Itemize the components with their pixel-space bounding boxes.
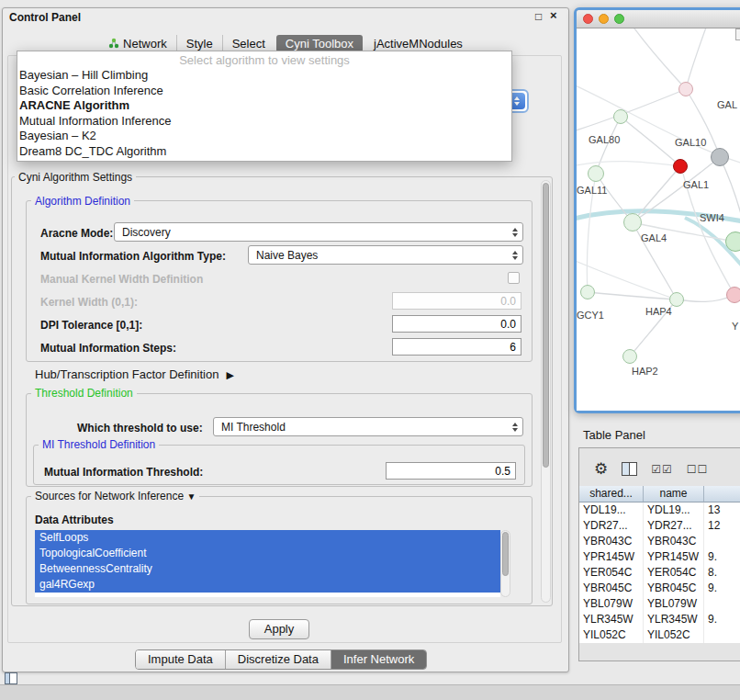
settings-scrollbar[interactable]: [541, 180, 551, 603]
column-header[interactable]: shared...: [579, 486, 644, 502]
network-node[interactable]: [678, 82, 693, 96]
network-node[interactable]: [622, 349, 637, 364]
node-label: SWI4: [700, 212, 724, 223]
manual-kernel-label: Manual Kernel Width Definition: [40, 273, 203, 286]
network-node[interactable]: [711, 148, 729, 166]
apply-button[interactable]: Apply: [249, 619, 309, 639]
combo-arrows-icon: [512, 423, 518, 432]
tab-select[interactable]: Select: [222, 35, 275, 52]
table-row[interactable]: YIL052CYIL052C: [579, 627, 740, 643]
table-row[interactable]: YBR043CYBR043C: [579, 534, 740, 549]
gear-icon[interactable]: ⚙: [594, 461, 608, 477]
select-all-columns-icon[interactable]: ☑☑: [651, 463, 673, 476]
sources-group-title[interactable]: Sources for Network Inference ▼: [31, 490, 199, 502]
float-window-icon[interactable]: □: [535, 11, 542, 22]
collapsed-arrow-icon[interactable]: ▶: [226, 369, 233, 380]
aracne-mode-label: Aracne Mode:: [40, 227, 113, 240]
scrollbar-corner: [735, 28, 740, 40]
attributes-list-scrollbar[interactable]: [500, 530, 510, 597]
table-row[interactable]: YDL19...YDL19...13: [579, 502, 740, 518]
hub-section-header[interactable]: Hub/Transcription Factor Definition▶: [35, 367, 234, 381]
table-panel-window: ⚙ ☑☑ ☐☐ shared... name YDL19...YDL19...1…: [578, 447, 740, 661]
kernel-width-field[interactable]: [392, 292, 521, 310]
combo-arrows-icon: [512, 228, 518, 237]
tab-impute-data[interactable]: Impute Data: [136, 650, 225, 669]
network-icon: [108, 38, 119, 49]
attribute-item-selected[interactable]: TopologicalCoefficient: [35, 546, 500, 561]
network-node[interactable]: [623, 213, 642, 231]
up-arrow-icon: [514, 96, 520, 100]
tab-network[interactable]: Network: [99, 35, 176, 52]
dropdown-item[interactable]: Basic Correlation Inference: [17, 84, 511, 99]
node-label: GAL11: [577, 185, 607, 196]
attribute-item-selected[interactable]: SelfLoops: [35, 530, 500, 546]
dropdown-item-selected[interactable]: ARACNE Algorithm: [17, 98, 511, 114]
dropdown-prompt: Select algorithm to view settings: [17, 53, 511, 68]
mi-algo-type-label: Mutual Information Algorithm Type:: [40, 250, 226, 263]
table-row[interactable]: YDR27...YDR27...12: [579, 518, 740, 534]
tab-jactivemnodules[interactable]: jActiveMNodules: [364, 35, 472, 52]
column-header[interactable]: name: [644, 486, 704, 502]
table-row[interactable]: YER054CYER054C8.: [579, 565, 740, 581]
dropdown-item[interactable]: Bayesian – Hill Climbing: [17, 68, 511, 84]
deselect-all-columns-icon[interactable]: ☐☐: [687, 463, 709, 476]
tab-infer-network[interactable]: Infer Network: [331, 650, 426, 669]
combo-arrows-icon: [512, 251, 518, 260]
node-label: GAL4: [641, 232, 667, 243]
tab-cyni-toolbox[interactable]: Cyni Toolbox: [276, 35, 363, 52]
node-label: GAL80: [589, 134, 620, 145]
bottom-tabbar: Impute Data Discretize Data Infer Networ…: [135, 649, 427, 670]
column-layout-icon[interactable]: [622, 462, 637, 476]
table-row[interactable]: YBR045CYBR045C9.: [579, 581, 740, 596]
dropdown-item[interactable]: Dream8 DC_TDC Algorithm: [17, 144, 511, 160]
network-node[interactable]: [580, 285, 595, 299]
close-traffic-light-icon[interactable]: [583, 14, 593, 24]
column-header[interactable]: [704, 486, 740, 502]
manual-kernel-checkbox[interactable]: [508, 272, 520, 284]
minimize-traffic-light-icon[interactable]: [599, 14, 609, 24]
minimized-panel-icon[interactable]: [5, 672, 17, 684]
table-panel-title: Table Panel: [583, 428, 645, 442]
table-row[interactable]: YPR145WYPR145W9.: [579, 549, 740, 565]
attributes-scrollbar-thumb[interactable]: [502, 532, 509, 576]
algorithm-dropdown-popup: Select algorithm to view settings Bayesi…: [17, 51, 512, 162]
mi-threshold-field[interactable]: [386, 462, 516, 480]
dpi-tolerance-field[interactable]: [392, 315, 521, 333]
zoom-traffic-light-icon[interactable]: [614, 14, 624, 24]
network-node[interactable]: [725, 231, 740, 252]
mi-steps-field[interactable]: [392, 338, 521, 356]
node-label: GAL: [717, 99, 737, 110]
table-panel-toolbar: ⚙ ☑☑ ☐☐: [579, 448, 740, 486]
threshold-definition-title: Threshold Definition: [31, 387, 137, 400]
node-label: GCY1: [577, 310, 604, 321]
attribute-item-selected[interactable]: gal4RGexp: [35, 577, 500, 593]
node-table: shared... name YDL19...YDL19...13 YDR27.…: [579, 486, 740, 643]
data-attributes-label: Data Attributes: [35, 514, 114, 526]
tab-style[interactable]: Style: [176, 35, 222, 52]
node-label: GAL10: [675, 137, 706, 148]
network-node[interactable]: [588, 165, 604, 182]
mi-algo-type-combobox[interactable]: Naive Bayes: [248, 245, 523, 265]
which-threshold-combobox[interactable]: MI Threshold: [213, 417, 523, 436]
table-row[interactable]: YLR345WYLR345W9.: [579, 612, 740, 627]
network-window-titlebar[interactable]: [577, 10, 740, 28]
settings-scrollbar-thumb[interactable]: [543, 183, 549, 468]
attribute-item-selected[interactable]: BetweennessCentrality: [35, 561, 500, 577]
mi-steps-label: Mutual Information Steps:: [40, 342, 176, 355]
network-node-selected[interactable]: [673, 159, 688, 174]
network-node[interactable]: [669, 292, 684, 307]
close-window-icon[interactable]: ×: [550, 10, 557, 21]
mi-threshold-group-title: MI Threshold Definition: [39, 438, 159, 451]
expanded-arrow-icon[interactable]: ▼: [186, 491, 196, 502]
aracne-mode-combobox[interactable]: Discovery: [114, 222, 523, 242]
network-view-window: GAL GAL80 GAL10 GAL11 GAL1 SWI4 GAL4 GCY…: [574, 7, 740, 413]
algorithm-definition-title: Algorithm Definition: [31, 195, 134, 208]
network-node[interactable]: [613, 109, 628, 124]
network-node[interactable]: [726, 287, 740, 303]
table-row[interactable]: YBL079WYBL079W: [579, 596, 740, 612]
tab-discretize-data[interactable]: Discretize Data: [225, 650, 331, 669]
dropdown-item[interactable]: Mutual Information Inference: [17, 114, 511, 130]
network-canvas[interactable]: GAL GAL80 GAL10 GAL11 GAL1 SWI4 GAL4 GCY…: [577, 28, 740, 411]
dropdown-item[interactable]: Bayesian – K2: [17, 129, 511, 144]
mi-threshold-label: Mutual Information Threshold:: [44, 466, 203, 479]
